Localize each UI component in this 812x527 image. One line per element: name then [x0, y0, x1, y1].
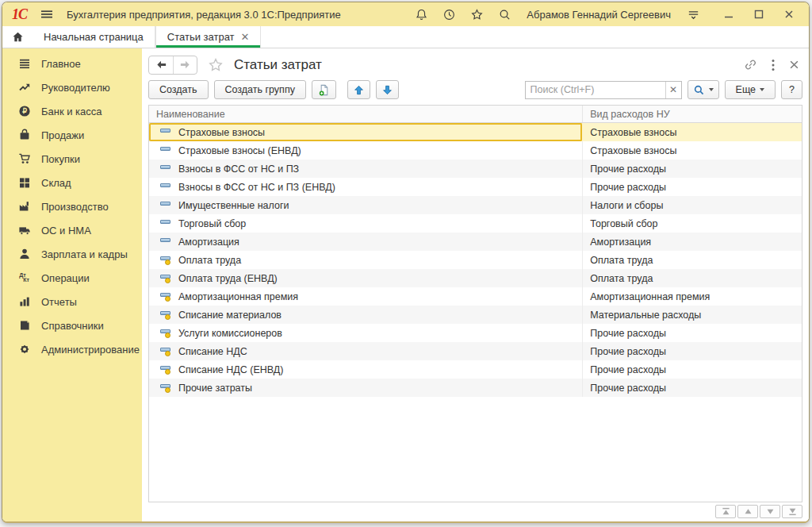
table-row[interactable]: Торговый сбор Торговый сбор [149, 214, 802, 233]
row-expense-type-text: Налоги и сборы [590, 200, 663, 211]
row-name-cell: Амортизация [149, 233, 583, 251]
favorites-star-icon[interactable] [468, 6, 485, 23]
row-expense-type-text: Амортизация [590, 237, 651, 248]
create-group-button[interactable]: Создать группу [214, 80, 306, 99]
maximize-icon[interactable] [750, 6, 768, 23]
table-row[interactable]: Списание НДС Прочие расходы [149, 342, 802, 360]
svg-text:₽: ₽ [22, 107, 27, 115]
row-expense-type-text: Страховые взносы [590, 145, 676, 156]
table-row[interactable]: Взносы в ФСС от НС и ПЗ Прочие расходы [149, 160, 802, 178]
cost-item-icon [160, 163, 172, 174]
cost-item-icon [160, 310, 172, 320]
tab-close-icon[interactable]: ✕ [241, 32, 250, 42]
factory-icon [17, 200, 31, 213]
table-row[interactable]: Амортизация Амортизация [149, 233, 802, 251]
search-input[interactable] [526, 84, 665, 95]
row-name-cell: Страховые взносы [149, 123, 583, 141]
main-menu-hamburger-icon[interactable] [38, 6, 56, 23]
sidebar-item-pokupki[interactable]: Покупки [2, 147, 142, 171]
column-header-name[interactable]: Наименование [149, 106, 583, 122]
sidebar-item-spravochniki[interactable]: Справочники [2, 314, 142, 337]
cost-item-icon [160, 383, 172, 393]
row-expense-type-cell: Страховые взносы [583, 141, 802, 160]
cart-icon [17, 152, 31, 166]
tab-home-label: Начальная страница [44, 31, 144, 43]
move-up-button[interactable] [347, 80, 370, 99]
gear-icon [17, 343, 31, 356]
cost-item-icon [160, 273, 172, 283]
sidebar-item-proizvodstvo[interactable]: Производство [2, 194, 142, 218]
help-button[interactable]: ? [781, 80, 802, 99]
row-expense-type-text: Прочие расходы [590, 328, 666, 339]
search-clear-icon[interactable]: ✕ [665, 82, 681, 98]
row-expense-type-cell: Амортизационная премия [583, 287, 802, 306]
home-icon[interactable] [2, 26, 33, 48]
global-search-icon[interactable] [496, 6, 513, 23]
close-window-icon[interactable] [780, 6, 798, 23]
notifications-bell-icon[interactable] [412, 6, 430, 23]
titlebar: 1С Бухгалтерия предприятия, редакция 3.0… [2, 2, 809, 26]
forward-button[interactable] [173, 56, 197, 74]
table-row[interactable]: Оплата труда Оплата труда [149, 251, 802, 269]
menu-lines-icon [17, 57, 31, 71]
table-row[interactable]: Услуги комиссионеров Прочие расходы [149, 324, 802, 342]
sidebar-item-zarplata-i-kadry[interactable]: Зарплата и кадры [2, 242, 142, 266]
sidebar-item-prodazhi[interactable]: Продажи [2, 123, 142, 147]
sidebar-item-os-i-nma[interactable]: ОС и НМА [2, 218, 142, 242]
row-expense-type-cell: Прочие расходы [583, 379, 802, 397]
table-row[interactable]: Взносы в ФСС от НС и ПЗ (ЕНВД) Прочие ра… [149, 178, 802, 196]
copy-item-button[interactable] [312, 80, 336, 99]
sidebar-item-administrirovanie[interactable]: Администрирование [2, 337, 142, 361]
row-expense-type-text: Прочие расходы [590, 182, 666, 193]
cost-item-icon [160, 237, 172, 247]
row-expense-type-text: Прочие расходы [590, 163, 666, 175]
more-options-dots-icon[interactable] [772, 59, 775, 71]
table-row[interactable]: Амортизационная премия Амортизационная п… [149, 287, 802, 306]
table-row[interactable]: Страховые взносы Страховые взносы [149, 123, 802, 141]
history-icon[interactable] [440, 6, 458, 23]
sidebar-item-glavnoe[interactable]: Главное [2, 52, 142, 75]
boxes-icon [17, 176, 31, 190]
row-name-text: Страховые взносы [178, 127, 265, 138]
tab-cost-items[interactable]: Статьи затрат ✕ [155, 26, 262, 48]
table-row[interactable]: Списание материалов Материальные расходы [149, 306, 802, 324]
close-form-icon[interactable] [789, 60, 799, 70]
sidebar-item-bank-i-kassa[interactable]: ₽ Банк и касса [2, 99, 142, 123]
row-name-text: Списание материалов [178, 310, 282, 321]
tab-home-page[interactable]: Начальная страница [33, 26, 155, 48]
create-button[interactable]: Создать [148, 80, 209, 99]
table-row[interactable]: Имущественные налоги Налоги и сборы [149, 196, 802, 214]
1c-logo: 1С [12, 7, 27, 21]
cost-item-icon [160, 255, 172, 265]
cost-item-icon [160, 218, 172, 229]
sidebar-item-otchety[interactable]: Отчеты [2, 290, 142, 314]
get-link-icon[interactable] [744, 58, 757, 71]
truck-icon [17, 224, 31, 237]
row-expense-type-text: Прочие расходы [590, 346, 666, 357]
find-button[interactable] [688, 80, 719, 99]
column-header-expense-type[interactable]: Вид расходов НУ [583, 106, 802, 122]
table-row[interactable]: Списание НДС (ЕНВД) Прочие расходы [149, 360, 802, 379]
sidebar-item-rukovoditelyu[interactable]: Руководителю [2, 75, 142, 99]
service-menu-icon[interactable] [684, 6, 702, 23]
minimize-icon[interactable] [720, 6, 737, 23]
add-to-favorites-star-icon[interactable] [208, 57, 224, 73]
more-actions-button[interactable]: Еще [725, 80, 776, 99]
go-to-bottom-button[interactable] [782, 505, 802, 518]
tab-cost-items-label: Статьи затрат [167, 31, 235, 43]
back-button[interactable] [149, 56, 173, 74]
sidebar-item-sklad[interactable]: Склад [2, 171, 142, 194]
table-row[interactable]: Оплата труда (ЕНВД) Оплата труда [149, 269, 802, 287]
page-down-button[interactable] [760, 505, 780, 518]
row-name-text: Оплата труда [178, 255, 241, 266]
row-expense-type-text: Амортизационная премия [590, 291, 710, 302]
page-up-button[interactable] [737, 505, 758, 518]
sidebar-item-operacii[interactable]: ДтКт Операции [2, 266, 142, 290]
row-name-cell: Списание НДС (ЕНВД) [149, 360, 583, 379]
go-to-top-button[interactable] [715, 505, 736, 518]
table-row[interactable]: Прочие затраты Прочие расходы [149, 379, 802, 397]
move-down-button[interactable] [376, 80, 399, 99]
table-row[interactable]: Страховые взносы (ЕНВД) Страховые взносы [149, 141, 802, 160]
row-expense-type-text: Страховые взносы [590, 127, 676, 138]
ruble-icon: ₽ [17, 105, 31, 118]
